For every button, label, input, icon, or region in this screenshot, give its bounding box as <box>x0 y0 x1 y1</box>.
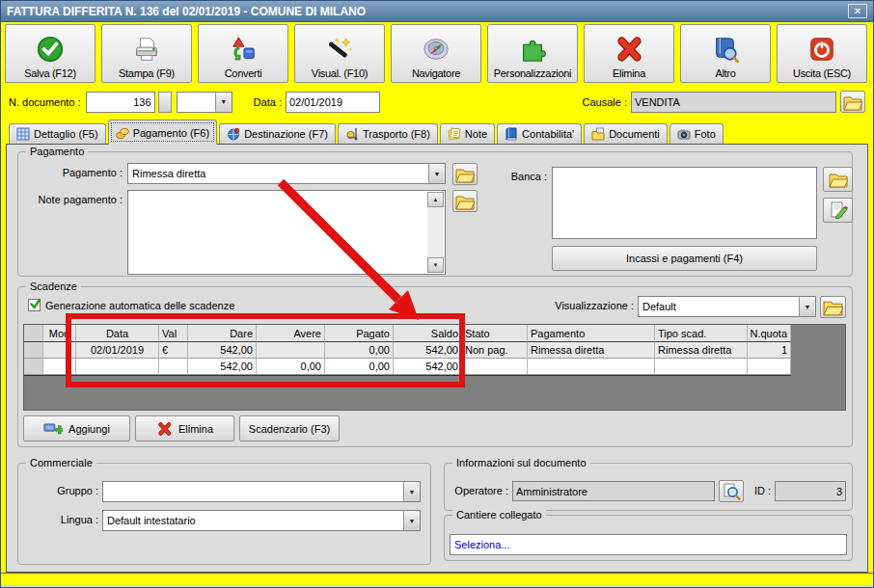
edit-icon <box>829 201 848 219</box>
cantiere-select-input[interactable]: Seleziona... <box>450 534 847 555</box>
note-folder-button[interactable] <box>452 190 478 212</box>
scadenze-table[interactable]: ModDataValDareAverePagatoSaldoStatoPagam… <box>24 325 791 376</box>
table-cell[interactable] <box>748 359 791 375</box>
banca-box[interactable] <box>552 167 817 239</box>
coins-icon <box>116 126 129 140</box>
column-header: Saldo <box>394 325 462 342</box>
table-cell[interactable]: € <box>159 342 188 359</box>
chevron-down-icon[interactable]: ▼ <box>428 164 445 183</box>
gruppo-combo[interactable]: ▼ <box>102 481 421 502</box>
chevron-down-icon[interactable]: ▼ <box>403 482 420 501</box>
info-documento-legend: Informazioni sul documento <box>452 457 590 468</box>
red-x-icon <box>615 35 643 64</box>
banca-folder-button[interactable] <box>823 167 853 192</box>
lingua-combo[interactable]: Default intestatario ▼ <box>102 510 421 531</box>
printer-icon <box>132 35 161 64</box>
toolbar-button-converti[interactable]: Converti <box>198 24 288 83</box>
tab-foto[interactable]: Foto <box>669 123 724 144</box>
table-totals-row[interactable]: 542,000,000,00542,00 <box>24 359 790 375</box>
table-cell[interactable] <box>24 342 43 359</box>
puzzle-icon <box>518 35 547 64</box>
table-cell[interactable]: 0,00 <box>325 359 394 375</box>
data-input[interactable]: 02/01/2019 <box>286 92 380 113</box>
table-cell[interactable] <box>24 359 43 375</box>
table-cell[interactable] <box>43 342 76 359</box>
table-cell[interactable] <box>43 359 76 375</box>
tab-destinazione-f7[interactable]: Destinazione (F7) <box>219 123 336 144</box>
chevron-down-icon[interactable]: ▼ <box>403 511 420 530</box>
red-x-icon <box>156 421 173 437</box>
operatore-input[interactable]: Amministratore <box>512 481 715 501</box>
table-cell[interactable]: 542,00 <box>394 359 462 375</box>
table-cell[interactable] <box>159 359 188 375</box>
toolbar-button-visual-f10[interactable]: Visual. (F10) <box>294 24 385 83</box>
banca-edit-button[interactable] <box>823 198 853 223</box>
table-cell[interactable]: 542,00 <box>394 342 462 359</box>
folder-icon <box>455 166 475 183</box>
table-cell[interactable]: 0,00 <box>325 342 394 359</box>
toolbar-button-stampa-f9[interactable]: Stampa (F9) <box>101 24 192 83</box>
table-cell[interactable]: Rimessa diretta <box>655 342 748 359</box>
scrollbar[interactable]: ▲ ▼ <box>427 192 444 273</box>
tab-note[interactable]: Note <box>440 123 495 144</box>
toolbar-button-personalizzazioni[interactable]: Personalizzazioni <box>487 24 578 83</box>
table-cell[interactable]: 542,00 <box>188 359 257 375</box>
compass-icon <box>422 35 451 64</box>
pagamento-legend: Pagamento <box>26 146 88 157</box>
tab-dettaglio-f5[interactable]: Dettaglio (F5) <box>9 123 106 144</box>
aggiungi-button[interactable]: Aggiungi <box>23 415 130 441</box>
close-icon[interactable]: × <box>848 4 867 18</box>
note-pagamento-textarea[interactable]: ▲ ▼ <box>127 190 446 275</box>
table-cell[interactable]: 1 <box>748 342 791 359</box>
tab-contabilita[interactable]: Contabilita' <box>497 123 582 144</box>
folder-icon <box>823 298 843 316</box>
scroll-up-icon[interactable]: ▲ <box>427 192 444 207</box>
window-title: FATTURA DIFFERITA N. 136 del 02/01/2019 … <box>7 5 848 18</box>
table-cell[interactable] <box>462 359 528 375</box>
table-row[interactable]: 02/01/2019€542,000,00542,00Non pag.Rimes… <box>24 342 790 359</box>
book-magnifier-icon <box>711 35 740 64</box>
table-cell[interactable]: 542,00 <box>188 342 257 359</box>
table-header-row: ModDataValDareAverePagatoSaldoStatoPagam… <box>24 325 790 342</box>
table-cell[interactable]: 0,00 <box>257 359 325 375</box>
spinner-button[interactable] <box>158 92 172 113</box>
n-documento-input[interactable]: 136 <box>86 92 155 113</box>
id-input[interactable]: 3 <box>775 481 846 501</box>
generazione-checkbox[interactable] <box>28 299 41 311</box>
chevron-down-icon[interactable]: ▼ <box>215 93 232 112</box>
add-plus-icon <box>43 421 63 436</box>
toolbar-button-navigatore[interactable]: Navigatore <box>391 24 481 83</box>
causale-folder-button[interactable] <box>840 91 865 113</box>
column-header: Tipo scad. <box>655 325 748 342</box>
table-cell[interactable] <box>257 342 325 359</box>
table-cell[interactable]: 02/01/2019 <box>76 342 159 359</box>
suffix-combo[interactable]: ▼ <box>177 92 232 113</box>
tab-pagamento-f6[interactable]: Pagamento (F6) <box>108 120 217 145</box>
pagamento-folder-button[interactable] <box>452 163 478 185</box>
scadenzario-button[interactable]: Scadenzario (F3) <box>239 415 340 441</box>
table-cell[interactable]: Rimessa diretta <box>528 342 655 359</box>
incassi-pagamenti-button[interactable]: Incassi e pagamenti (F4) <box>552 246 817 271</box>
check-icon <box>29 298 41 310</box>
folder-icon <box>829 171 848 188</box>
visualizzazione-combo[interactable]: Default ▼ <box>638 296 816 317</box>
toolbar-button-salva-f12[interactable]: Salva (F12) <box>5 24 96 83</box>
table-cell[interactable] <box>655 359 748 375</box>
elimina-row-button[interactable]: Elimina <box>135 415 234 441</box>
visualizzazione-folder-button[interactable] <box>820 296 846 318</box>
chevron-down-icon[interactable]: ▼ <box>799 297 815 316</box>
tab-trasporto-f8[interactable]: Trasporto (F8) <box>338 123 438 144</box>
pagamento-combo[interactable]: Rimessa diretta ▼ <box>127 163 446 184</box>
toolbar-button-label: Personalizzazioni <box>494 67 572 79</box>
tab-documenti[interactable]: Documenti <box>584 123 668 144</box>
toolbar-button-elimina[interactable]: Elimina <box>584 24 674 83</box>
table-cell[interactable] <box>528 359 655 375</box>
toolbar-button-altro[interactable]: Altro <box>680 24 771 83</box>
table-cell[interactable]: Non pag. <box>462 342 528 359</box>
scroll-down-icon[interactable]: ▼ <box>427 257 444 273</box>
table-cell[interactable] <box>76 359 159 375</box>
causale-input[interactable]: VENDITA <box>631 92 836 113</box>
toolbar-button-uscita-esc[interactable]: Uscita (ESC) <box>777 24 867 83</box>
operatore-search-button[interactable] <box>719 480 744 502</box>
power-exit-icon <box>807 35 836 64</box>
